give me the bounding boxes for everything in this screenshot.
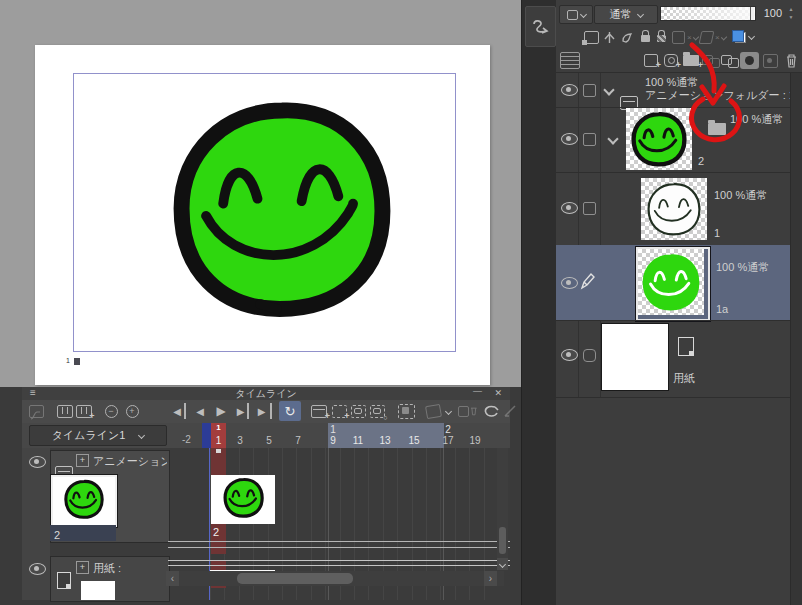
go-to-end-button[interactable]: ▶ bbox=[255, 403, 272, 419]
next-frame-button[interactable]: ▶ bbox=[234, 403, 249, 419]
timeline-ruler[interactable]: タイムライン1 -2 1 1 1 2 3 5 7 9 11 13 15 17 1… bbox=[22, 423, 510, 449]
specify-cels-button[interactable] bbox=[349, 403, 367, 419]
clip-at-layer-below-icon[interactable] bbox=[583, 30, 599, 44]
go-to-start-button[interactable]: ◀ bbox=[170, 403, 186, 419]
track-header-animation-folder[interactable]: + アニメーションフォルダ 2 bbox=[50, 450, 170, 543]
opacity-spinner[interactable]: ▲▼ bbox=[786, 5, 796, 22]
add-track-icon[interactable]: + bbox=[75, 403, 92, 419]
layer-checkbox[interactable] bbox=[583, 133, 596, 146]
paper-thumbnail[interactable] bbox=[81, 581, 115, 600]
layer-row-animation-folder[interactable]: 100 %通常 アニメーションフォルダー : 1 bbox=[556, 73, 802, 107]
stroke-direction-tool-button[interactable] bbox=[525, 6, 556, 47]
delete-layer-button[interactable] bbox=[782, 51, 800, 69]
set-ruler-icon[interactable]: × bbox=[700, 30, 726, 44]
layer-row-paper[interactable]: 用紙 bbox=[556, 320, 802, 397]
blend-mode-dropdown[interactable]: 通常 bbox=[594, 5, 658, 24]
zoom-in-icon[interactable]: + bbox=[123, 402, 141, 420]
timeline-select-dropdown[interactable]: タイムライン1 bbox=[29, 425, 167, 446]
layer-row-1a-selected[interactable]: 100 %通常 1a bbox=[556, 245, 790, 320]
new-cel-button[interactable]: + bbox=[330, 403, 348, 419]
reference-layer-icon[interactable] bbox=[601, 30, 617, 44]
prev-frame-button[interactable]: ◀ bbox=[192, 403, 208, 419]
layer-name[interactable]: 1a bbox=[716, 303, 728, 316]
layer-palette-menu-icon[interactable] bbox=[560, 52, 580, 69]
layer-visibility-eye-icon[interactable] bbox=[561, 133, 578, 145]
expand-track-button[interactable]: + bbox=[76, 454, 89, 467]
track-cel-thumbnail[interactable] bbox=[51, 475, 117, 527]
layer-color-icon[interactable] bbox=[728, 28, 758, 44]
layer-visibility-eye-icon[interactable] bbox=[561, 202, 578, 214]
new-raster-layer-button[interactable]: + bbox=[642, 52, 660, 68]
folder-expand-chevron-icon[interactable] bbox=[607, 133, 618, 144]
layer-thumbnail[interactable] bbox=[626, 108, 692, 170]
edit-slope-icon[interactable] bbox=[502, 403, 518, 419]
layer-checkbox[interactable] bbox=[583, 202, 596, 215]
folder-expand-chevron-icon[interactable] bbox=[603, 84, 614, 95]
playhead-handle[interactable] bbox=[216, 449, 221, 453]
new-layer-settings-button[interactable]: + bbox=[662, 52, 680, 68]
layer-thumbnail[interactable] bbox=[641, 178, 707, 240]
track-visibility-eye-icon[interactable] bbox=[29, 563, 46, 575]
layer-visibility-eye-icon[interactable] bbox=[561, 84, 578, 96]
enable-onion-skin-button[interactable] bbox=[481, 402, 501, 420]
layer-checkbox[interactable] bbox=[583, 84, 596, 97]
layer-row-1[interactable]: 100 %通常 1 bbox=[556, 172, 802, 245]
vscroll-track[interactable] bbox=[497, 448, 508, 558]
show-tracks-icon[interactable] bbox=[56, 403, 73, 419]
timeline-title-bar[interactable]: ≡ タイムライン — ✕ bbox=[22, 387, 510, 400]
transfer-to-lower-button[interactable] bbox=[702, 52, 720, 68]
paper-layer-icon bbox=[678, 337, 694, 356]
track-header-paper[interactable]: + 用紙 : bbox=[50, 556, 170, 602]
batch-specify-cels-button[interactable]: ○ bbox=[368, 403, 386, 419]
opacity-slider-handle[interactable] bbox=[750, 7, 754, 20]
hscroll-left-button[interactable]: ‹ bbox=[166, 571, 179, 586]
layer-name[interactable]: 1 bbox=[714, 227, 720, 240]
layer-name[interactable]: アニメーションフォルダー : 1 bbox=[645, 89, 795, 102]
enable-mask-icon[interactable]: × bbox=[672, 30, 698, 44]
frame-corner-label: 1 bbox=[66, 357, 70, 364]
paper-thumbnail[interactable] bbox=[601, 323, 669, 391]
zoom-out-icon[interactable]: − bbox=[102, 402, 120, 420]
hscroll-thumb[interactable] bbox=[237, 573, 353, 584]
onion-skin-icon[interactable] bbox=[424, 403, 442, 419]
apply-mask-button[interactable] bbox=[761, 52, 780, 69]
new-layer-folder-button[interactable]: + bbox=[682, 52, 700, 68]
create-layer-mask-button[interactable] bbox=[740, 52, 759, 69]
layer-checkbox[interactable] bbox=[583, 349, 596, 362]
vscroll-thumb[interactable] bbox=[499, 527, 506, 554]
close-icon[interactable]: ✕ bbox=[494, 388, 502, 398]
chevron-down-icon bbox=[138, 432, 145, 439]
lock-layer-icon[interactable] bbox=[637, 28, 653, 44]
merge-with-lower-button[interactable] bbox=[721, 52, 739, 68]
hscroll-track[interactable] bbox=[179, 571, 504, 586]
layer-visibility-eye-icon[interactable] bbox=[561, 277, 578, 289]
expand-track-button[interactable]: + bbox=[76, 561, 89, 574]
timeline-cel[interactable] bbox=[211, 475, 275, 524]
track-visibility-eye-icon[interactable] bbox=[29, 456, 46, 468]
vscroll-down-button[interactable] bbox=[497, 558, 508, 570]
delete-cel-button[interactable] bbox=[458, 403, 478, 419]
layer-row-2[interactable]: 100 %通常 2 bbox=[556, 107, 802, 172]
timeline-curve-icon[interactable] bbox=[28, 403, 45, 419]
layer-opacity-text: 100 %通常 bbox=[645, 76, 698, 89]
play-button[interactable]: ▶ bbox=[212, 402, 230, 420]
minimize-icon[interactable]: — bbox=[473, 386, 482, 396]
enable-cel-selection-button[interactable] bbox=[396, 402, 416, 420]
layer-name[interactable]: 用紙 bbox=[673, 372, 695, 385]
chevron-down-icon[interactable] bbox=[445, 408, 452, 415]
lock-transparent-pixels-icon[interactable] bbox=[653, 28, 669, 44]
new-animation-folder-button[interactable]: + bbox=[310, 403, 328, 419]
layer-visibility-eye-icon[interactable] bbox=[561, 349, 578, 361]
loop-play-button-active[interactable]: ↻ bbox=[279, 401, 301, 421]
canvas-area[interactable]: 1 bbox=[0, 0, 521, 387]
open-folder-icon[interactable] bbox=[708, 123, 726, 135]
layer-palette-scrollbar[interactable] bbox=[790, 73, 802, 605]
hscroll-right-button[interactable]: › bbox=[484, 571, 497, 586]
draft-layer-icon[interactable] bbox=[619, 30, 635, 44]
layer-type-dropdown[interactable] bbox=[559, 5, 593, 24]
layer-name[interactable]: 2 bbox=[698, 155, 704, 168]
opacity-slider[interactable] bbox=[660, 6, 756, 21]
playhead-marker[interactable]: 1 1 bbox=[211, 423, 226, 448]
layer-thumbnail-selected[interactable] bbox=[636, 247, 710, 321]
second-marker-2: 2 bbox=[441, 424, 455, 435]
